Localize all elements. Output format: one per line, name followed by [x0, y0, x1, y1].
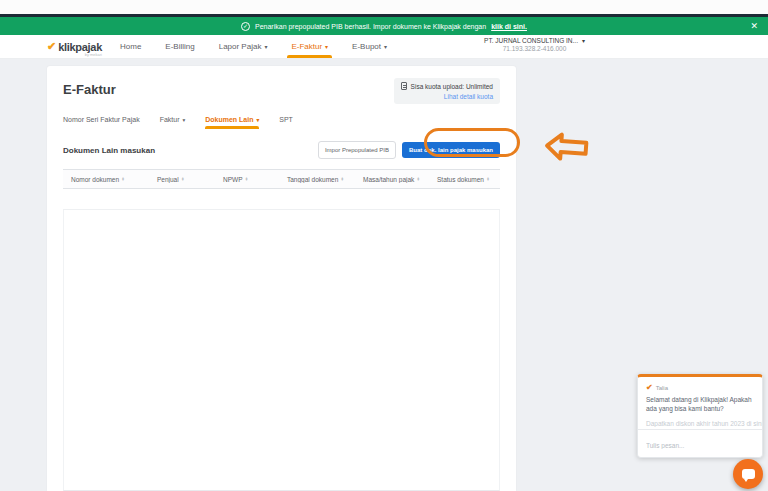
column-header-masa-tahun-pajak[interactable]: Masa/tahun pajak ▴▾	[355, 176, 429, 183]
table-body-empty	[63, 210, 500, 491]
browser-chrome-strip	[0, 0, 768, 14]
notification-banner: ✓ Penarikan prepopulated PIB berhasil. I…	[0, 17, 768, 35]
tab-nomor-seri-faktur-pajak[interactable]: Nomor Seri Faktur Pajak	[63, 116, 140, 129]
tab-spt[interactable]: SPT	[279, 116, 293, 129]
nav-item-home[interactable]: Home	[120, 35, 141, 58]
column-header-nomor-dokumen[interactable]: Nomor dokumen ▴▾	[63, 176, 149, 183]
account-selector[interactable]: PT. JURNAL CONSULTING IN... ▾ 71.193.328…	[484, 37, 585, 52]
quota-label: Sisa kuota upload: Unlimited	[411, 83, 493, 90]
success-check-icon: ✓	[241, 22, 250, 31]
chat-brand-icon: ✔	[646, 383, 653, 392]
logo-check-icon: ✔	[47, 40, 56, 53]
chat-greeting-message: Selamat datang di Klikpajak! Apakah ada …	[638, 392, 762, 413]
dokumen-lain-table: Nomor dokumen ▴▾ Penjual ▴▾ NPWP ▴▾ Tang…	[63, 169, 500, 491]
tab-dokumen-lain[interactable]: Dokumen Lain ▾	[205, 116, 259, 129]
buat-dok-lain-button[interactable]: Buat dok. lain pajak masukan	[402, 142, 500, 158]
banner-link[interactable]: klik di sini.	[491, 23, 527, 30]
column-header-penjual[interactable]: Penjual ▴▾	[149, 176, 215, 183]
chat-promo-message: Dapatkan diskon akhir tahun 2023 di sini…	[638, 413, 762, 427]
chevron-down-icon: ▾	[264, 43, 267, 50]
chevron-down-icon: ▾	[582, 37, 585, 44]
chat-input-area	[638, 429, 762, 457]
chat-widget: ✔ Talia Selamat datang di Klikpajak! Apa…	[637, 374, 763, 458]
efaktur-tabs: Nomor Seri Faktur Pajak Faktur ▾ Dokumen…	[63, 116, 500, 129]
efaktur-card: E-Faktur Sisa kuota upload: Unlimited Li…	[47, 66, 516, 491]
logo-brand-text: klikpajak	[58, 41, 102, 53]
table-header-row: Nomor dokumen ▴▾ Penjual ▴▾ NPWP ▴▾ Tang…	[63, 169, 500, 189]
app-header: ✔ klikpajak by mekari Home E-Billing Lap…	[0, 35, 768, 59]
document-icon	[401, 82, 407, 90]
logo-subtitle: by mekari	[85, 52, 102, 57]
sort-icon[interactable]: ▴▾	[182, 177, 184, 181]
banner-text: Penarikan prepopulated PIB berhasil. Imp…	[255, 23, 486, 30]
upload-quota-box: Sisa kuota upload: Unlimited Lihat detai…	[394, 78, 500, 104]
chat-bot-name: Talia	[656, 385, 668, 391]
page-title: E-Faktur	[63, 82, 116, 97]
nav-item-ebilling[interactable]: E-Billing	[165, 35, 194, 58]
chevron-down-icon: ▾	[384, 43, 387, 50]
page: ✓ Penarikan prepopulated PIB berhasil. I…	[0, 0, 768, 491]
sort-icon[interactable]: ▴▾	[246, 177, 248, 181]
nav-item-ebupot[interactable]: E-Bupot ▾	[352, 35, 387, 58]
column-header-status-approval[interactable]: Status approval ▴▾	[499, 176, 500, 183]
sort-icon[interactable]: ▴▾	[417, 177, 419, 181]
quota-detail-link[interactable]: Lihat detail kuota	[401, 93, 493, 100]
klikpajak-logo[interactable]: ✔ klikpajak by mekari	[47, 35, 102, 58]
annotation-arrow-icon	[544, 131, 590, 164]
chat-bubble-icon	[742, 469, 755, 479]
column-header-npwp[interactable]: NPWP ▴▾	[215, 176, 279, 183]
company-npwp: 71.193.328.2-416.000	[484, 45, 585, 52]
chevron-down-icon: ▾	[325, 43, 328, 50]
chevron-down-icon: ▾	[182, 117, 185, 123]
chat-message-input[interactable]	[646, 442, 754, 449]
table-empty-row	[63, 189, 500, 210]
column-header-status-dokumen[interactable]: Status dokumen ▴▾	[429, 176, 499, 183]
section-title: Dokumen Lain masukan	[63, 146, 155, 155]
chevron-down-icon: ▾	[256, 117, 259, 123]
main-nav: Home E-Billing Lapor Pajak ▾ E-Faktur ▾ …	[120, 35, 387, 58]
sort-icon[interactable]: ▴▾	[487, 177, 489, 181]
nav-item-lapor-pajak[interactable]: Lapor Pajak ▾	[219, 35, 268, 58]
banner-close-icon[interactable]: ✕	[750, 22, 758, 31]
tab-faktur[interactable]: Faktur ▾	[160, 116, 186, 129]
sort-icon[interactable]: ▴▾	[341, 177, 343, 181]
sort-icon[interactable]: ▴▾	[122, 177, 124, 181]
column-header-tanggal-dokumen[interactable]: Tanggal dokumen ▴▾	[279, 176, 355, 183]
impor-prepopulated-pib-button[interactable]: Impor Prepopulated PIB	[318, 141, 396, 159]
company-name: PT. JURNAL CONSULTING IN...	[484, 37, 578, 44]
nav-item-efaktur[interactable]: E-Faktur ▾	[291, 35, 328, 58]
chat-launcher-button[interactable]	[733, 459, 763, 489]
